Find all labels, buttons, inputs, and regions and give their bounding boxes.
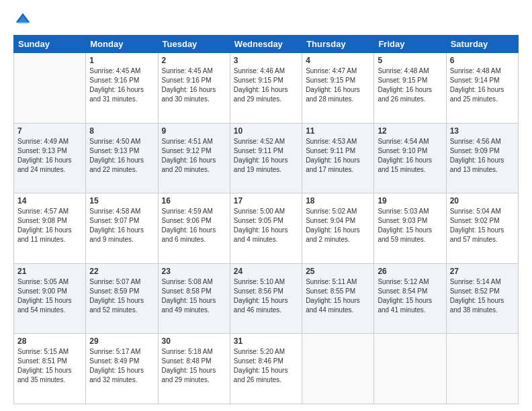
day-cell: 11Sunrise: 4:53 AM Sunset: 9:11 PM Dayli… — [302, 123, 374, 193]
day-cell: 23Sunrise: 5:08 AM Sunset: 8:58 PM Dayli… — [158, 263, 230, 334]
day-info: Sunrise: 5:00 AM Sunset: 9:05 PM Dayligh… — [234, 207, 298, 244]
day-cell: 17Sunrise: 5:00 AM Sunset: 9:05 PM Dayli… — [230, 193, 302, 264]
calendar-table: SundayMondayTuesdayWednesdayThursdayFrid… — [13, 35, 519, 404]
day-number: 28 — [17, 336, 82, 346]
day-cell: 31Sunrise: 5:20 AM Sunset: 8:46 PM Dayli… — [230, 334, 302, 404]
day-number: 12 — [378, 126, 442, 136]
day-number: 19 — [378, 196, 442, 205]
day-number: 24 — [234, 267, 298, 276]
week-row-4: 21Sunrise: 5:05 AM Sunset: 9:00 PM Dayli… — [14, 263, 519, 334]
day-info: Sunrise: 5:04 AM Sunset: 9:02 PM Dayligh… — [450, 207, 515, 244]
day-number: 6 — [450, 56, 515, 65]
day-cell: 13Sunrise: 4:56 AM Sunset: 9:09 PM Dayli… — [446, 123, 518, 193]
day-info: Sunrise: 5:07 AM Sunset: 8:59 PM Dayligh… — [89, 277, 154, 315]
week-row-1: 1Sunrise: 4:45 AM Sunset: 9:16 PM Daylig… — [14, 53, 519, 124]
day-info: Sunrise: 5:02 AM Sunset: 9:04 PM Dayligh… — [306, 207, 370, 244]
day-cell: 20Sunrise: 5:04 AM Sunset: 9:02 PM Dayli… — [446, 193, 518, 264]
day-cell: 10Sunrise: 4:52 AM Sunset: 9:11 PM Dayli… — [230, 123, 302, 193]
day-cell: 21Sunrise: 5:05 AM Sunset: 9:00 PM Dayli… — [14, 263, 86, 334]
day-number: 26 — [378, 267, 442, 276]
day-number: 30 — [162, 336, 226, 346]
day-cell — [374, 334, 446, 404]
day-cell: 19Sunrise: 5:03 AM Sunset: 9:03 PM Dayli… — [374, 193, 446, 264]
day-cell: 4Sunrise: 4:47 AM Sunset: 9:15 PM Daylig… — [302, 53, 374, 124]
day-header-sunday: Sunday — [14, 36, 86, 53]
logo-icon — [13, 11, 32, 30]
day-number: 14 — [17, 196, 82, 205]
day-info: Sunrise: 4:45 AM Sunset: 9:16 PM Dayligh… — [162, 66, 226, 104]
day-info: Sunrise: 5:08 AM Sunset: 8:58 PM Dayligh… — [162, 277, 226, 315]
day-number: 25 — [306, 267, 370, 276]
day-info: Sunrise: 5:17 AM Sunset: 8:49 PM Dayligh… — [89, 347, 154, 385]
day-info: Sunrise: 4:54 AM Sunset: 9:10 PM Dayligh… — [378, 137, 442, 175]
day-number: 20 — [450, 196, 515, 205]
day-info: Sunrise: 4:46 AM Sunset: 9:15 PM Dayligh… — [234, 66, 298, 104]
day-cell: 28Sunrise: 5:15 AM Sunset: 8:51 PM Dayli… — [14, 334, 86, 404]
day-cell — [302, 334, 374, 404]
day-info: Sunrise: 4:49 AM Sunset: 9:13 PM Dayligh… — [17, 137, 82, 175]
day-number: 13 — [450, 126, 515, 136]
day-cell: 30Sunrise: 5:18 AM Sunset: 8:48 PM Dayli… — [158, 334, 230, 404]
day-info: Sunrise: 5:03 AM Sunset: 9:03 PM Dayligh… — [378, 207, 442, 244]
day-cell: 5Sunrise: 4:48 AM Sunset: 9:15 PM Daylig… — [374, 53, 446, 124]
day-number: 3 — [234, 56, 298, 65]
day-cell — [446, 334, 518, 404]
day-cell: 25Sunrise: 5:11 AM Sunset: 8:55 PM Dayli… — [302, 263, 374, 334]
day-number: 16 — [162, 196, 226, 205]
day-header-tuesday: Tuesday — [158, 36, 230, 53]
day-number: 15 — [89, 196, 154, 205]
day-info: Sunrise: 4:51 AM Sunset: 9:12 PM Dayligh… — [162, 137, 226, 175]
day-info: Sunrise: 4:59 AM Sunset: 9:06 PM Dayligh… — [162, 207, 226, 244]
day-cell: 15Sunrise: 4:58 AM Sunset: 9:07 PM Dayli… — [86, 193, 158, 264]
day-info: Sunrise: 5:10 AM Sunset: 8:56 PM Dayligh… — [234, 277, 298, 315]
day-info: Sunrise: 4:48 AM Sunset: 9:15 PM Dayligh… — [378, 66, 442, 104]
day-number: 11 — [306, 126, 370, 136]
day-info: Sunrise: 5:15 AM Sunset: 8:51 PM Dayligh… — [17, 347, 82, 385]
header-row: SundayMondayTuesdayWednesdayThursdayFrid… — [14, 36, 519, 53]
day-number: 8 — [89, 126, 154, 136]
day-cell — [14, 53, 86, 124]
day-number: 10 — [234, 126, 298, 136]
day-cell: 2Sunrise: 4:45 AM Sunset: 9:16 PM Daylig… — [158, 53, 230, 124]
day-info: Sunrise: 4:52 AM Sunset: 9:11 PM Dayligh… — [234, 137, 298, 175]
day-info: Sunrise: 5:05 AM Sunset: 9:00 PM Dayligh… — [17, 277, 82, 315]
day-header-wednesday: Wednesday — [230, 36, 302, 53]
day-number: 31 — [234, 336, 298, 346]
day-cell: 16Sunrise: 4:59 AM Sunset: 9:06 PM Dayli… — [158, 193, 230, 264]
day-number: 29 — [89, 336, 154, 346]
day-info: Sunrise: 4:48 AM Sunset: 9:14 PM Dayligh… — [450, 66, 515, 104]
day-number: 23 — [162, 267, 226, 276]
day-number: 7 — [17, 126, 82, 136]
day-header-saturday: Saturday — [446, 36, 518, 53]
day-cell: 29Sunrise: 5:17 AM Sunset: 8:49 PM Dayli… — [86, 334, 158, 404]
day-number: 1 — [89, 56, 154, 65]
day-header-friday: Friday — [374, 36, 446, 53]
day-info: Sunrise: 5:12 AM Sunset: 8:54 PM Dayligh… — [378, 277, 442, 315]
day-cell: 22Sunrise: 5:07 AM Sunset: 8:59 PM Dayli… — [86, 263, 158, 334]
week-row-3: 14Sunrise: 4:57 AM Sunset: 9:08 PM Dayli… — [14, 193, 519, 264]
day-cell: 9Sunrise: 4:51 AM Sunset: 9:12 PM Daylig… — [158, 123, 230, 193]
day-info: Sunrise: 4:45 AM Sunset: 9:16 PM Dayligh… — [89, 66, 154, 104]
day-cell: 18Sunrise: 5:02 AM Sunset: 9:04 PM Dayli… — [302, 193, 374, 264]
calendar-page: SundayMondayTuesdayWednesdayThursdayFrid… — [0, 0, 532, 411]
day-number: 22 — [89, 267, 154, 276]
day-header-thursday: Thursday — [302, 36, 374, 53]
day-info: Sunrise: 5:20 AM Sunset: 8:46 PM Dayligh… — [234, 347, 298, 385]
day-info: Sunrise: 4:50 AM Sunset: 9:13 PM Dayligh… — [89, 137, 154, 175]
day-cell: 14Sunrise: 4:57 AM Sunset: 9:08 PM Dayli… — [14, 193, 86, 264]
day-number: 2 — [162, 56, 226, 65]
day-info: Sunrise: 4:57 AM Sunset: 9:08 PM Dayligh… — [17, 207, 82, 244]
day-number: 5 — [378, 56, 442, 65]
day-number: 18 — [306, 196, 370, 205]
day-cell: 1Sunrise: 4:45 AM Sunset: 9:16 PM Daylig… — [86, 53, 158, 124]
day-info: Sunrise: 4:47 AM Sunset: 9:15 PM Dayligh… — [306, 66, 370, 104]
day-number: 9 — [162, 126, 226, 136]
day-cell: 12Sunrise: 4:54 AM Sunset: 9:10 PM Dayli… — [374, 123, 446, 193]
day-info: Sunrise: 5:11 AM Sunset: 8:55 PM Dayligh… — [306, 277, 370, 315]
day-info: Sunrise: 5:18 AM Sunset: 8:48 PM Dayligh… — [162, 347, 226, 385]
day-header-monday: Monday — [86, 36, 158, 53]
week-row-5: 28Sunrise: 5:15 AM Sunset: 8:51 PM Dayli… — [14, 334, 519, 404]
day-info: Sunrise: 4:58 AM Sunset: 9:07 PM Dayligh… — [89, 207, 154, 244]
day-cell: 3Sunrise: 4:46 AM Sunset: 9:15 PM Daylig… — [230, 53, 302, 124]
day-number: 21 — [17, 267, 82, 276]
